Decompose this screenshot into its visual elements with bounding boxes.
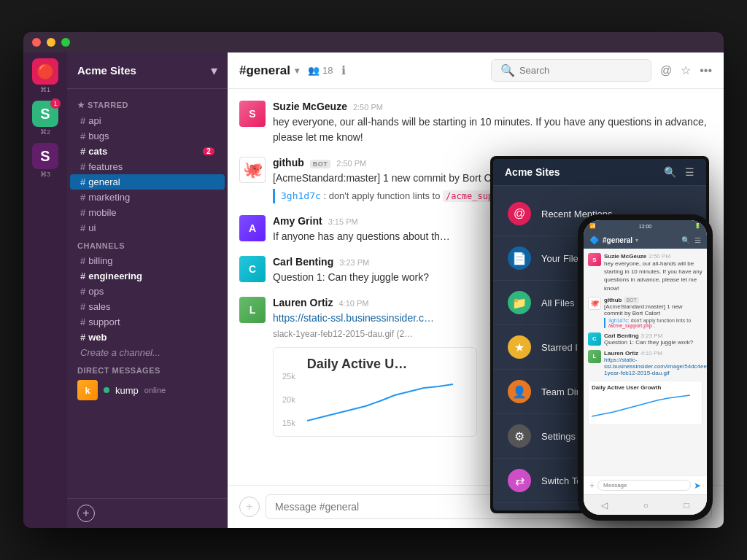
info-icon[interactable]: ℹ (341, 63, 346, 77)
your-files-label: Your Files (541, 253, 583, 264)
chat-header: #general ▾ 👥 18 ℹ 🔍 @ ☆ ••• (228, 52, 724, 89)
lauren-link[interactable]: https://static-ssl.businessinsider.c… (273, 312, 434, 324)
sidebar-item-mobile[interactable]: # mobile (70, 205, 225, 220)
phone-menu-icon[interactable]: ☰ (694, 236, 701, 244)
dm-item-kump[interactable]: k kump online (67, 378, 228, 402)
tablet-menu-icon[interactable]: ☰ (685, 166, 694, 178)
phone-avatar-lauren: L (588, 350, 601, 363)
chart-area: 25k 20k 15k Daily Active U… (273, 347, 477, 437)
sidebar-item-support[interactable]: # support (70, 314, 225, 330)
starred-section-label: ★ STARRED (67, 95, 228, 113)
dm-avatar-kump: k (77, 380, 98, 400)
people-icon: 👥 (308, 65, 320, 76)
phone-avatar-carl: C (588, 332, 601, 346)
sidebar-item-billing[interactable]: # billing (70, 253, 225, 268)
sidebar-item-sales[interactable]: # sales (70, 299, 225, 314)
sidebar-content: ★ STARRED # api # bugs # cats 2 # featur… (67, 89, 228, 498)
sidebar-header: Acme Sites ▾ (67, 52, 228, 89)
phone-frame: 📶 12:00 🔋 🔷 #general ▾ 🔍 ☰ (578, 214, 713, 521)
team-icons-strip: 🔴 ⌘1 S 1 ⌘2 S ⌘3 (23, 52, 67, 528)
phone-status-bar: 📶 12:00 🔋 (584, 220, 707, 232)
header-icons: @ ☆ ••• (660, 63, 712, 77)
sidebar-item-general[interactable]: # general (70, 174, 225, 190)
message-add-button[interactable]: + (239, 497, 260, 517)
your-files-icon: 📄 (508, 246, 531, 270)
star-icon[interactable]: ☆ (681, 63, 691, 77)
sidebar-item-marketing[interactable]: # marketing (70, 190, 225, 205)
avatar-lauren: L (239, 297, 266, 323)
msg-time-suzie: 2:50 PM (353, 103, 383, 112)
recent-nav-icon[interactable]: □ (684, 500, 689, 510)
phone-msg-suzie: S Suzie McGeuze2:50 PM hey everyone, our… (588, 253, 703, 292)
avatar-suzie: S (239, 101, 266, 127)
channels-section-label: CHANNELS (67, 236, 228, 253)
create-channel-link[interactable]: Create a channel... (70, 345, 225, 360)
phone-msg-carl: C Carl Benting3:23 PM Question 1: Can th… (588, 332, 703, 346)
message-content-suzie: Suzie McGeuze 2:50 PM hey everyone, our … (273, 101, 712, 145)
dm-status: online (144, 386, 166, 394)
sidebar-item-ui[interactable]: # ui (70, 220, 225, 236)
msg-author-github: github (273, 157, 304, 168)
msg-author-amy: Amy Grint (273, 215, 322, 227)
avatar-carl: C (239, 256, 266, 282)
chart-labels: 25k 20k 15k (282, 372, 295, 427)
phone-screen: 📶 12:00 🔋 🔷 #general ▾ 🔍 ☰ (584, 220, 707, 515)
message-suzie: S Suzie McGeuze 2:50 PM hey everyone, ou… (239, 101, 712, 145)
avatar-github: 🐙 (239, 157, 266, 183)
sidebar-item-web[interactable]: # web (70, 330, 225, 345)
more-icon[interactable]: ••• (700, 64, 712, 77)
phone-header-icons: 🔍 ☰ (681, 236, 701, 244)
switch-teams-icon: ⇄ (508, 469, 531, 492)
tablet-title: Acme Sites (505, 166, 560, 178)
maximize-button[interactable] (61, 38, 70, 47)
phone-msg-github: 🐙 githubBOT [AcmeStandard:master] 1 new … (588, 297, 703, 328)
phone-nav-bar: ◁ ○ □ (584, 494, 707, 515)
settings-icon: ⚙ (508, 424, 531, 448)
dm-section-label: DIRECT MESSAGES (67, 360, 228, 378)
bot-badge: BOT (310, 160, 331, 168)
minimize-button[interactable] (47, 38, 55, 47)
phone-input-bar: + ➤ (584, 475, 707, 494)
sidebar-item-features[interactable]: # features (70, 159, 225, 174)
sidebar-item-bugs[interactable]: # bugs (70, 128, 225, 144)
at-icon[interactable]: @ (660, 64, 672, 77)
chevron-down-icon[interactable]: ▾ (211, 63, 217, 79)
msg-time-github: 2:50 PM (336, 159, 366, 168)
phone-channel-name: #general (603, 236, 632, 244)
phone-channel-title: 🔷 #general ▾ (589, 236, 638, 245)
msg-time-carl: 3:23 PM (339, 258, 369, 267)
add-channel-button[interactable]: + (77, 505, 95, 522)
back-nav-icon[interactable]: ◁ (601, 500, 608, 510)
channel-chevron-icon[interactable]: ▾ (295, 66, 299, 76)
all-files-label: All Files (541, 298, 575, 308)
phone-commit-line: 3gh1d7c: don't apply function lints to /… (604, 318, 703, 328)
tablet-search-icon[interactable]: 🔍 (664, 166, 676, 178)
team-icon-1[interactable]: 🔴 ⌘1 (32, 58, 58, 93)
sidebar: Acme Sites ▾ ★ STARRED # api # bugs # ca… (67, 52, 228, 528)
msg-author-suzie: Suzie McGeuze (273, 101, 347, 112)
team-icon-3[interactable]: S ⌘3 (32, 143, 58, 178)
chart-title: Daily Active U… (307, 357, 468, 372)
phone-message-input[interactable] (597, 480, 691, 491)
phone-send-icon[interactable]: ➤ (694, 481, 701, 491)
sidebar-item-api[interactable]: # api (70, 113, 225, 128)
phone-search-icon[interactable]: 🔍 (681, 236, 690, 244)
home-nav-icon[interactable]: ○ (643, 500, 649, 510)
team-icon-2[interactable]: S 1 ⌘2 (32, 101, 58, 136)
sidebar-item-cats[interactable]: # cats 2 (70, 144, 225, 159)
sidebar-item-engineering[interactable]: # engineering (70, 268, 225, 284)
close-button[interactable] (32, 38, 41, 47)
sidebar-item-ops[interactable]: # ops (70, 284, 225, 299)
phone-chart-title: Daily Active User Growth (592, 384, 699, 391)
phone-msg-lauren: L Lauren Ortiz4:10 PM https://static-ssl… (588, 350, 703, 376)
search-input[interactable] (519, 65, 642, 76)
phone-header: 🔷 #general ▾ 🔍 ☰ (584, 232, 707, 249)
tablet-header: Acme Sites 🔍 ☰ (493, 159, 706, 186)
recent-mentions-icon: @ (508, 202, 531, 225)
phone-plus-icon[interactable]: + (589, 481, 595, 491)
online-status-dot (104, 387, 109, 393)
search-bar[interactable]: 🔍 (491, 59, 651, 82)
team-directory-icon: 👤 (508, 380, 531, 403)
slack-icon: 🔷 (589, 236, 600, 245)
phone-chart-svg (592, 393, 694, 419)
